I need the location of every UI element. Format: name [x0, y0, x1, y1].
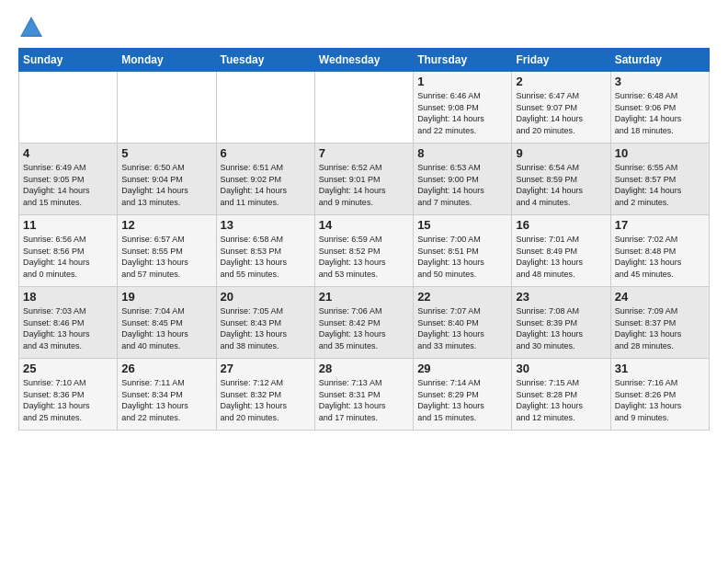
day-info: Sunrise: 6:49 AM Sunset: 9:05 PM Dayligh… [23, 162, 113, 208]
day-info: Sunrise: 6:46 AM Sunset: 9:08 PM Dayligh… [417, 90, 507, 136]
logo-icon [18, 15, 44, 40]
day-info: Sunrise: 7:07 AM Sunset: 8:40 PM Dayligh… [417, 305, 507, 351]
day-number: 3 [615, 75, 705, 88]
day-number: 20 [221, 290, 311, 304]
day-info: Sunrise: 6:59 AM Sunset: 8:52 PM Dayligh… [319, 234, 409, 280]
day-number: 31 [615, 362, 705, 375]
day-info: Sunrise: 7:05 AM Sunset: 8:43 PM Dayligh… [221, 305, 311, 351]
day-info: Sunrise: 6:51 AM Sunset: 9:02 PM Dayligh… [221, 162, 311, 208]
day-cell [118, 72, 216, 144]
day-cell [314, 72, 413, 144]
day-cell: 6Sunrise: 6:51 AM Sunset: 9:02 PM Daylig… [216, 144, 314, 215]
day-cell: 4Sunrise: 6:49 AM Sunset: 9:05 PM Daylig… [19, 144, 118, 215]
header [18, 15, 710, 40]
day-cell: 22Sunrise: 7:07 AM Sunset: 8:40 PM Dayli… [414, 287, 512, 359]
day-number: 14 [319, 218, 409, 232]
day-number: 5 [121, 146, 211, 160]
day-cell: 19Sunrise: 7:04 AM Sunset: 8:45 PM Dayli… [118, 287, 216, 359]
col-header-thursday: Thursday [414, 49, 512, 72]
day-cell [216, 72, 314, 144]
day-number: 2 [516, 75, 606, 88]
day-info: Sunrise: 6:50 AM Sunset: 9:04 PM Dayligh… [121, 162, 211, 208]
day-info: Sunrise: 7:09 AM Sunset: 8:37 PM Dayligh… [615, 305, 705, 351]
col-header-monday: Monday [118, 49, 216, 72]
day-cell: 8Sunrise: 6:53 AM Sunset: 9:00 PM Daylig… [414, 144, 512, 215]
day-number: 7 [319, 146, 409, 160]
week-row-1: 1Sunrise: 6:46 AM Sunset: 9:08 PM Daylig… [19, 72, 710, 144]
day-cell: 20Sunrise: 7:05 AM Sunset: 8:43 PM Dayli… [216, 287, 314, 359]
day-cell: 16Sunrise: 7:01 AM Sunset: 8:49 PM Dayli… [512, 215, 610, 287]
day-info: Sunrise: 7:16 AM Sunset: 8:26 PM Dayligh… [615, 377, 705, 423]
day-info: Sunrise: 6:48 AM Sunset: 9:06 PM Dayligh… [615, 90, 705, 136]
day-cell: 18Sunrise: 7:03 AM Sunset: 8:46 PM Dayli… [19, 287, 118, 359]
day-cell: 9Sunrise: 6:54 AM Sunset: 8:59 PM Daylig… [512, 144, 610, 215]
day-info: Sunrise: 7:15 AM Sunset: 8:28 PM Dayligh… [516, 377, 606, 423]
day-cell: 31Sunrise: 7:16 AM Sunset: 8:26 PM Dayli… [610, 359, 709, 431]
day-cell: 27Sunrise: 7:12 AM Sunset: 8:32 PM Dayli… [216, 359, 314, 431]
day-info: Sunrise: 7:10 AM Sunset: 8:36 PM Dayligh… [23, 377, 113, 423]
day-number: 6 [221, 146, 311, 160]
day-cell: 28Sunrise: 7:13 AM Sunset: 8:31 PM Dayli… [314, 359, 413, 431]
day-info: Sunrise: 7:03 AM Sunset: 8:46 PM Dayligh… [23, 305, 113, 351]
day-info: Sunrise: 7:08 AM Sunset: 8:39 PM Dayligh… [516, 305, 606, 351]
day-number: 18 [23, 290, 113, 304]
day-cell: 10Sunrise: 6:55 AM Sunset: 8:57 PM Dayli… [610, 144, 709, 215]
day-number: 10 [615, 146, 705, 160]
week-row-2: 4Sunrise: 6:49 AM Sunset: 9:05 PM Daylig… [19, 144, 710, 215]
week-row-3: 11Sunrise: 6:56 AM Sunset: 8:56 PM Dayli… [19, 215, 710, 287]
week-row-4: 18Sunrise: 7:03 AM Sunset: 8:46 PM Dayli… [19, 287, 710, 359]
day-number: 19 [121, 290, 211, 304]
day-info: Sunrise: 6:56 AM Sunset: 8:56 PM Dayligh… [23, 234, 113, 280]
day-info: Sunrise: 7:02 AM Sunset: 8:48 PM Dayligh… [615, 234, 705, 280]
day-number: 4 [23, 146, 113, 160]
day-cell: 15Sunrise: 7:00 AM Sunset: 8:51 PM Dayli… [414, 215, 512, 287]
day-cell: 7Sunrise: 6:52 AM Sunset: 9:01 PM Daylig… [314, 144, 413, 215]
day-info: Sunrise: 7:00 AM Sunset: 8:51 PM Dayligh… [417, 234, 507, 280]
day-cell: 2Sunrise: 6:47 AM Sunset: 9:07 PM Daylig… [512, 72, 610, 144]
col-header-friday: Friday [512, 49, 610, 72]
col-header-sunday: Sunday [19, 49, 118, 72]
day-info: Sunrise: 7:12 AM Sunset: 8:32 PM Dayligh… [221, 377, 311, 423]
calendar-table: SundayMondayTuesdayWednesdayThursdayFrid… [18, 48, 710, 431]
day-info: Sunrise: 7:01 AM Sunset: 8:49 PM Dayligh… [516, 234, 606, 280]
day-info: Sunrise: 6:58 AM Sunset: 8:53 PM Dayligh… [221, 234, 311, 280]
day-number: 26 [121, 362, 211, 375]
page: SundayMondayTuesdayWednesdayThursdayFrid… [0, 0, 728, 440]
col-header-tuesday: Tuesday [216, 49, 314, 72]
day-cell: 5Sunrise: 6:50 AM Sunset: 9:04 PM Daylig… [118, 144, 216, 215]
col-header-wednesday: Wednesday [314, 49, 413, 72]
day-cell: 30Sunrise: 7:15 AM Sunset: 8:28 PM Dayli… [512, 359, 610, 431]
day-number: 11 [23, 218, 113, 232]
day-info: Sunrise: 7:11 AM Sunset: 8:34 PM Dayligh… [121, 377, 211, 423]
day-info: Sunrise: 6:47 AM Sunset: 9:07 PM Dayligh… [516, 90, 606, 136]
day-cell: 29Sunrise: 7:14 AM Sunset: 8:29 PM Dayli… [414, 359, 512, 431]
day-number: 25 [23, 362, 113, 375]
logo [18, 15, 48, 40]
day-number: 17 [615, 218, 705, 232]
day-cell: 21Sunrise: 7:06 AM Sunset: 8:42 PM Dayli… [314, 287, 413, 359]
header-row: SundayMondayTuesdayWednesdayThursdayFrid… [19, 49, 710, 72]
day-number: 1 [417, 75, 507, 88]
day-cell: 14Sunrise: 6:59 AM Sunset: 8:52 PM Dayli… [314, 215, 413, 287]
day-cell: 3Sunrise: 6:48 AM Sunset: 9:06 PM Daylig… [610, 72, 709, 144]
day-cell: 17Sunrise: 7:02 AM Sunset: 8:48 PM Dayli… [610, 215, 709, 287]
day-info: Sunrise: 6:57 AM Sunset: 8:55 PM Dayligh… [121, 234, 211, 280]
day-number: 21 [319, 290, 409, 304]
day-info: Sunrise: 7:04 AM Sunset: 8:45 PM Dayligh… [121, 305, 211, 351]
day-cell: 25Sunrise: 7:10 AM Sunset: 8:36 PM Dayli… [19, 359, 118, 431]
day-number: 24 [615, 290, 705, 304]
day-info: Sunrise: 6:52 AM Sunset: 9:01 PM Dayligh… [319, 162, 409, 208]
day-number: 9 [516, 146, 606, 160]
col-header-saturday: Saturday [610, 49, 709, 72]
day-number: 12 [121, 218, 211, 232]
day-cell: 24Sunrise: 7:09 AM Sunset: 8:37 PM Dayli… [610, 287, 709, 359]
day-info: Sunrise: 6:53 AM Sunset: 9:00 PM Dayligh… [417, 162, 507, 208]
svg-marker-1 [22, 20, 40, 35]
day-number: 16 [516, 218, 606, 232]
day-number: 8 [417, 146, 507, 160]
day-cell: 1Sunrise: 6:46 AM Sunset: 9:08 PM Daylig… [414, 72, 512, 144]
day-number: 22 [417, 290, 507, 304]
day-info: Sunrise: 7:13 AM Sunset: 8:31 PM Dayligh… [319, 377, 409, 423]
day-number: 15 [417, 218, 507, 232]
day-info: Sunrise: 7:06 AM Sunset: 8:42 PM Dayligh… [319, 305, 409, 351]
